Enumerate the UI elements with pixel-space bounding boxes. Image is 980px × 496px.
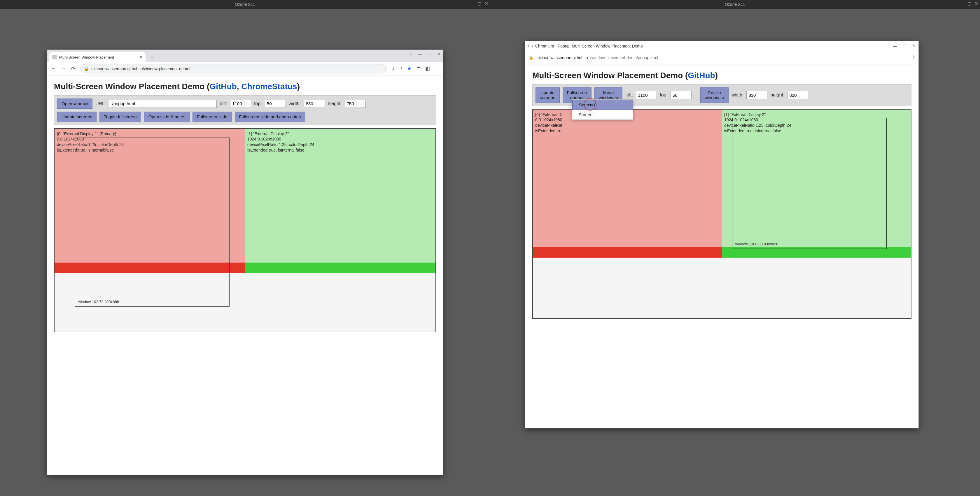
screen-1-info2: isExtended:true, isInternal:false xyxy=(247,147,433,153)
open-window-button[interactable]: Open window xyxy=(57,98,92,109)
popup-url[interactable]: michaelwasserman.github.io/window-placem… xyxy=(536,55,915,60)
popup-title-text: Chromium - Popup: Multi-Screen Window Pl… xyxy=(535,44,643,48)
top-label: top: xyxy=(254,101,262,106)
screen-0-box[interactable]: [0] "External Di 0,0 1024x1080 devicePix… xyxy=(533,109,722,247)
top-input[interactable] xyxy=(671,91,692,99)
update-screens-button[interactable]: Update screens xyxy=(57,112,97,122)
window-rect-label: window 102,73 829x886 xyxy=(78,299,119,304)
height-label: height: xyxy=(328,101,342,106)
screen-1-title: [1] "External Display 2" xyxy=(724,112,908,117)
os-maximize-icon[interactable]: ▢ xyxy=(967,1,971,6)
os-title: Ozone X11 xyxy=(235,2,255,7)
popup-titlebar: Chromium - Popup: Multi-Screen Window Pl… xyxy=(525,41,918,51)
width-label: width: xyxy=(289,101,301,106)
window-close-icon[interactable]: ✕ xyxy=(912,43,916,49)
open-slide-notes-button[interactable]: Open slide & notes xyxy=(144,112,190,122)
browser-tab[interactable]: Multi-Screen Window Placement ✕ xyxy=(49,52,146,62)
page-content-right: Multi-Screen Window Placement Demo (GitH… xyxy=(525,64,918,323)
os-title: Ozone X11 xyxy=(725,2,745,7)
bookmark-star-icon[interactable]: ★ xyxy=(407,66,412,72)
popup-window: Chromium - Popup: Multi-Screen Window Pl… xyxy=(525,41,919,428)
screen-0-info1: devicePixelRat xyxy=(535,123,719,128)
window-rect: window 1100,50 830x820 xyxy=(732,118,887,249)
tab-title: Multi-Screen Window Placement xyxy=(59,55,114,59)
window-minimize-icon[interactable]: — xyxy=(418,52,422,57)
tabs-dropdown-icon[interactable]: ⌄ xyxy=(409,52,413,57)
left-label: left: xyxy=(220,101,227,106)
lock-icon: 🔒 xyxy=(84,67,89,71)
control-panel: Open window URL: left: top: width: heigh… xyxy=(54,95,436,125)
chromestatus-link[interactable]: ChromeStatus xyxy=(241,82,297,91)
screen-map: [0] "External Display 1" (Primary) 0,0 1… xyxy=(54,128,436,332)
os-titlebar-left: Ozone X11 — ▢ ✕ xyxy=(0,0,490,9)
nav-reload-icon[interactable]: ⟳ xyxy=(70,66,76,72)
url-bar[interactable]: 🔒 michaelwasserman.github.io/window-plac… xyxy=(80,64,387,73)
page-title: Multi-Screen Window Placement Demo (GitH… xyxy=(54,82,436,91)
nav-forward-icon[interactable]: → xyxy=(60,66,66,72)
left-input[interactable] xyxy=(230,100,251,108)
screen-1-info1: devicePixelRatio:1.25, colorDepth:24 xyxy=(247,142,433,147)
tab-close-icon[interactable]: ✕ xyxy=(139,55,143,59)
screen-1-box[interactable]: [1] "External Display 2" 1024,0 1024x108… xyxy=(245,129,436,263)
top-input[interactable] xyxy=(265,100,286,108)
extensions-icon[interactable]: ⚗ xyxy=(416,66,421,72)
height-label: height: xyxy=(770,92,784,98)
nav-toolbar: ← → ⟳ 🔒 michaelwasserman.github.io/windo… xyxy=(47,62,443,76)
popup-url-row: 🔒 michaelwasserman.github.io/window-plac… xyxy=(525,51,918,64)
github-link[interactable]: GitHub xyxy=(688,71,715,80)
window-maximize-icon[interactable]: ▢ xyxy=(428,52,432,57)
width-input[interactable] xyxy=(746,91,767,99)
os-close-icon[interactable]: ✕ xyxy=(485,1,488,6)
tab-strip: Multi-Screen Window Placement ✕ + ⌄ — ▢ … xyxy=(47,50,443,62)
os-minimize-icon[interactable]: — xyxy=(470,1,474,6)
tab-favicon-icon xyxy=(52,55,57,59)
toggle-fullscreen-button[interactable]: Toggle fullscreen xyxy=(99,112,141,122)
dropdown-item-screen-1[interactable]: Screen 1 xyxy=(572,110,633,119)
install-app-icon[interactable]: ⤓ xyxy=(391,66,395,72)
resize-window-to-button[interactable]: Resize window to xyxy=(700,87,729,103)
window-minimize-icon[interactable]: — xyxy=(893,43,897,49)
browser-window-left: Multi-Screen Window Placement ✕ + ⌄ — ▢ … xyxy=(47,49,443,475)
screen-0-title: [0] "External Display 1" (Primary) xyxy=(57,131,243,137)
side-panel-icon[interactable]: ◧ xyxy=(425,66,430,72)
screen-map: [0] "External Di 0,0 1024x1080 devicePix… xyxy=(532,109,912,319)
width-input[interactable] xyxy=(304,100,325,108)
page-content-left: Multi-Screen Window Placement Demo (GitH… xyxy=(47,76,443,337)
os-maximize-icon[interactable]: ▢ xyxy=(477,1,481,6)
url-label: URL: xyxy=(95,101,106,106)
new-tab-button[interactable]: + xyxy=(148,54,156,62)
width-label: width: xyxy=(732,92,744,98)
top-label: top: xyxy=(660,92,668,98)
screen-1-box[interactable]: [1] "External Display 2" 1024,0 1024x108… xyxy=(722,109,911,247)
os-close-icon[interactable]: ✕ xyxy=(975,1,978,6)
share-page-icon[interactable]: ⤴ xyxy=(400,66,402,72)
left-label: left: xyxy=(625,92,633,98)
screen-1-geom: 1024,0 1024x1080 xyxy=(247,136,433,142)
window-rect-label: window 1100,50 830x820 xyxy=(735,242,778,247)
update-screens-button[interactable]: Update screens xyxy=(536,87,560,103)
window-close-icon[interactable]: ✕ xyxy=(437,52,441,57)
screen-select-dropdown[interactable]: Screen 0 Screen 1 xyxy=(572,99,633,120)
height-input[interactable] xyxy=(345,100,366,108)
screen-1-title: [1] "External Display 2" xyxy=(247,131,433,137)
url-input[interactable] xyxy=(109,100,217,108)
page-title: Multi-Screen Window Placement Demo (GitH… xyxy=(532,71,912,80)
fullscreen-slide-button[interactable]: Fullscreen slide xyxy=(192,112,232,122)
os-minimize-icon[interactable]: — xyxy=(960,1,964,6)
url-text: michaelwasserman.github.io/window-placem… xyxy=(91,67,191,71)
screen-0-info2: isExtended:tru xyxy=(535,128,719,134)
window-maximize-icon[interactable]: ▢ xyxy=(902,43,907,49)
nav-back-icon[interactable]: ← xyxy=(51,66,56,72)
menu-icon[interactable]: ⋮ xyxy=(434,66,439,72)
screen-0-box[interactable]: [0] "External Display 1" (Primary) 0,0 1… xyxy=(54,129,245,263)
dropdown-item-screen-0[interactable]: Screen 0 xyxy=(572,100,633,110)
window-rect: window 102,73 829x886 xyxy=(75,138,229,307)
left-input[interactable] xyxy=(636,91,657,99)
os-titlebar-right: Ozone X11 — ▢ ✕ xyxy=(490,0,980,9)
height-input[interactable] xyxy=(787,91,808,99)
fullscreen-slide-open-notes-button[interactable]: Fullscreen slide and open notes xyxy=(235,112,305,122)
share-icon[interactable]: ⤴ xyxy=(912,55,915,60)
lock-icon: 🔒 xyxy=(529,55,533,60)
github-link[interactable]: GitHub xyxy=(209,82,237,91)
globe-icon xyxy=(528,44,533,48)
